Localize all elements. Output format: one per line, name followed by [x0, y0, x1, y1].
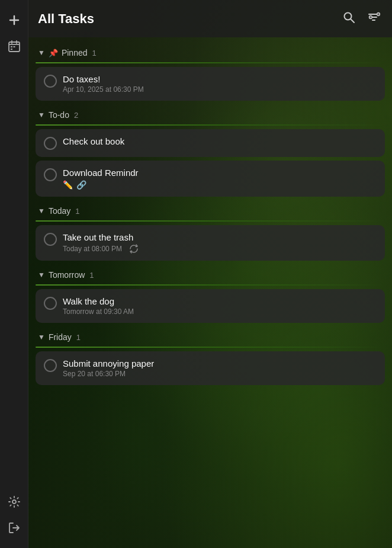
page-title: All Tasks	[38, 11, 94, 27]
sidebar-bottom	[4, 491, 25, 539]
task-content-do-taxes: Do taxes! Apr 10, 2025 at 06:30 PM	[63, 74, 377, 94]
task-subtitle-submit-paper: Sep 20 at 06:30 PM	[63, 370, 377, 378]
repeat-icon	[126, 243, 139, 254]
task-content-take-out-trash: Take out the trash Today at 08:00 PM	[63, 232, 377, 254]
chevron-down-icon-friday: ▼	[38, 333, 45, 341]
task-title-do-taxes: Do taxes!	[63, 74, 377, 84]
pin-icon: 📌	[49, 49, 58, 57]
task-card-download-remindr: Download Remindr ✏️ 🔗	[36, 161, 385, 197]
section-label-friday: Friday	[49, 332, 72, 342]
svg-point-15	[369, 16, 372, 19]
svg-line-11	[351, 19, 354, 23]
task-card-walk-dog: Walk the dog Tomorrow at 09:30 AM	[36, 289, 385, 323]
section-label-tomorrow: Tomorrow	[49, 270, 85, 280]
section-divider-pinned	[36, 62, 385, 63]
task-subtitle-take-out-trash: Today at 08:00 PM	[63, 245, 122, 253]
section-count-friday: 1	[76, 333, 81, 342]
task-checkbox-check-book[interactable]	[44, 137, 57, 150]
header: All Tasks	[28, 0, 392, 37]
task-content-check-book: Check out book	[63, 136, 377, 148]
task-card-do-taxes: Do taxes! Apr 10, 2025 at 06:30 PM	[36, 67, 385, 101]
edit-icon: ✏️	[63, 180, 73, 190]
task-checkbox-walk-dog[interactable]	[44, 297, 57, 310]
task-title-check-book: Check out book	[63, 136, 377, 146]
task-title-submit-paper: Submit annoying paper	[63, 358, 377, 368]
chevron-down-icon-todo: ▼	[38, 111, 45, 119]
link-icon: 🔗	[76, 180, 86, 190]
task-list-content: ▼ 📌 Pinned 1 Do taxes! Apr 10, 2025 at 0…	[28, 37, 392, 548]
add-button[interactable]	[4, 9, 25, 31]
task-icons-download-remindr: ✏️ 🔗	[63, 180, 377, 190]
task-checkbox-do-taxes[interactable]	[44, 75, 57, 88]
task-title-download-remindr: Download Remindr	[63, 168, 377, 178]
task-card-check-book: Check out book	[36, 129, 385, 157]
section-header-todo[interactable]: ▼ To-do 2	[36, 104, 385, 124]
sidebar	[0, 0, 28, 548]
chevron-down-icon-tomorrow: ▼	[38, 271, 45, 279]
task-title-walk-dog: Walk the dog	[63, 296, 377, 306]
section-divider-tomorrow	[36, 284, 385, 286]
task-title-take-out-trash: Take out the trash	[63, 232, 377, 242]
task-card-take-out-trash: Take out the trash Today at 08:00 PM	[36, 225, 385, 261]
task-content-walk-dog: Walk the dog Tomorrow at 09:30 AM	[63, 296, 377, 316]
section-header-today[interactable]: ▼ Today 1	[36, 200, 385, 220]
svg-point-9	[12, 500, 16, 504]
section-count-todo: 2	[74, 111, 78, 120]
filter-button[interactable]	[365, 8, 383, 29]
section-count-today: 1	[75, 207, 79, 216]
section-divider-todo	[36, 124, 385, 126]
task-checkbox-download-remindr[interactable]	[44, 168, 57, 181]
section-header-tomorrow[interactable]: ▼ Tomorrow 1	[36, 264, 385, 284]
svg-rect-6	[11, 46, 12, 47]
svg-rect-8	[11, 49, 12, 50]
header-actions	[340, 8, 383, 29]
svg-point-14	[377, 13, 380, 16]
section-divider-today	[36, 220, 385, 222]
chevron-down-icon-today: ▼	[38, 207, 45, 215]
task-checkbox-take-out-trash[interactable]	[44, 233, 57, 246]
settings-icon[interactable]	[4, 491, 25, 512]
section-count-pinned: 1	[92, 49, 96, 57]
task-content-submit-paper: Submit annoying paper Sep 20 at 06:30 PM	[63, 358, 377, 378]
main-panel: All Tasks ▼ 📌	[28, 0, 392, 548]
section-count-tomorrow: 1	[89, 271, 94, 280]
task-card-submit-paper: Submit annoying paper Sep 20 at 06:30 PM	[36, 351, 385, 385]
svg-rect-7	[13, 46, 15, 47]
search-button[interactable]	[340, 8, 358, 29]
subtitle-row-take-out-trash: Today at 08:00 PM	[63, 243, 377, 254]
logout-icon[interactable]	[4, 517, 25, 539]
task-subtitle-do-taxes: Apr 10, 2025 at 06:30 PM	[63, 85, 377, 94]
section-label-today: Today	[49, 206, 70, 216]
section-header-friday[interactable]: ▼ Friday 1	[36, 326, 385, 347]
task-subtitle-walk-dog: Tomorrow at 09:30 AM	[63, 307, 377, 316]
task-content-download-remindr: Download Remindr ✏️ 🔗	[63, 168, 377, 190]
section-divider-friday	[36, 347, 385, 348]
section-label-todo: To-do	[49, 110, 69, 120]
task-checkbox-submit-paper[interactable]	[44, 359, 57, 372]
calendar-icon[interactable]	[4, 36, 25, 57]
section-label-pinned: Pinned	[62, 48, 88, 57]
section-header-pinned[interactable]: ▼ 📌 Pinned 1	[36, 42, 385, 62]
chevron-down-icon: ▼	[38, 49, 45, 57]
